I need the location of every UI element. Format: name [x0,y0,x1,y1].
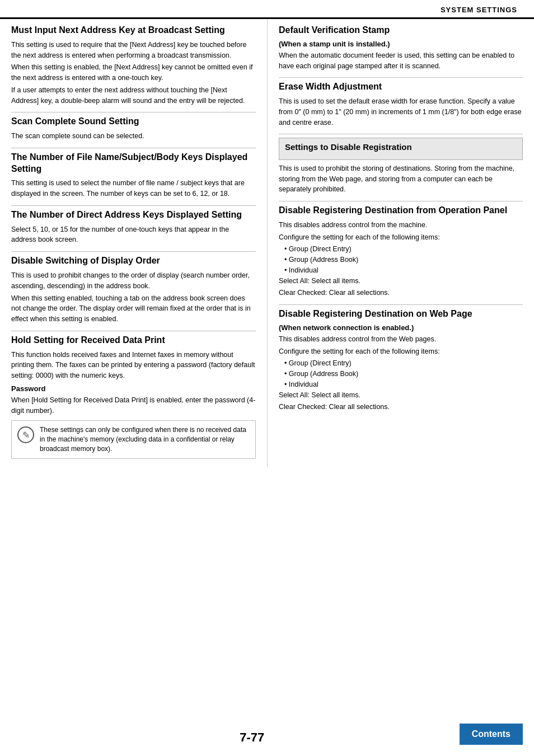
disable-registering-web-subtitle: (When network connection is enabled.) [279,323,523,332]
disable-registering-web-title: Disable Registering Destination on Web P… [279,308,523,320]
page-header: SYSTEM SETTINGS [0,0,534,19]
direct-address-keys-title: The Number of Direct Address Keys Displa… [11,209,256,221]
content-area: Must Input Next Address Key at Broadcast… [0,19,534,467]
disable-switching-title: Disable Switching of Display Order [11,255,256,267]
page: SYSTEM SETTINGS Must Input Next Address … [0,0,534,756]
file-name-keys-title: The Number of File Name/Subject/Body Key… [11,152,256,175]
note-box: ✎ These settings can only be configured … [11,420,256,458]
file-name-keys-body: This setting is used to select the numbe… [11,178,256,199]
disable-reg-panel-p1: This disables address control from the m… [279,220,523,231]
disable-registering-panel-body: This disables address control from the m… [279,220,523,298]
default-verification-body: When the automatic document feeder is us… [279,50,523,72]
disable-reg-panel-select-all: Select All: Select all items. [279,276,523,287]
hold-setting-p1: This function holds received faxes and I… [11,350,256,381]
disable-reg-web-p2: Configure the setting for each of the fo… [279,346,523,357]
section-default-verification: Default Verification Stamp (When a stamp… [279,25,523,78]
settings-disable-reg-body: This is used to prohibit the storing of … [279,163,523,195]
page-footer: 7-77 Contents [0,724,534,745]
direct-address-keys-p1: Select 5, 10, or 15 for the number of on… [11,224,256,246]
erase-width-p1: This is used to set the default erase wi… [279,96,523,128]
section-hold-setting: Hold Setting for Received Data Print Thi… [11,335,256,463]
erase-width-title: Erase Width Adjustment [279,81,523,93]
section-disable-switching: Disable Switching of Display Order This … [11,255,256,331]
disable-reg-web-p1: This disables address control from the W… [279,334,523,345]
hold-setting-password-block: Password When [Hold Setting for Received… [11,384,256,416]
must-input-p3: If a user attempts to enter the next add… [11,85,256,106]
section-must-input: Must Input Next Address Key at Broadcast… [11,25,256,112]
password-body: When [Hold Setting for Received Data Pri… [11,395,256,416]
scan-complete-title: Scan Complete Sound Setting [11,116,256,128]
disable-reg-panel-clear-checked: Clear Checked: Clear all selections. [279,288,523,298]
section-disable-registering-web: Disable Registering Destination on Web P… [279,308,523,419]
must-input-body: This setting is used to require that the… [11,40,256,106]
settings-disable-box: Settings to Disable Registration [279,138,523,160]
page-number: 7-77 [0,730,460,745]
bullet-item-1: Group (Address Book) [284,255,523,265]
section-direct-address-keys: The Number of Direct Address Keys Displa… [11,209,256,252]
bullet-item-0: Group (Direct Entry) [284,244,523,255]
erase-width-body: This is used to set the default erase wi… [279,96,523,128]
hold-setting-body: This function holds received faxes and I… [11,350,256,381]
password-label: Password [11,384,256,393]
disable-registering-panel-title: Disable Registering Destination from Ope… [279,205,523,217]
section-scan-complete: Scan Complete Sound Setting The scan com… [11,116,256,148]
must-input-p1: This setting is used to require that the… [11,40,256,61]
disable-reg-web-bullets: Group (Direct Entry) Group (Address Book… [279,358,523,389]
settings-disable-reg-title: Settings to Disable Registration [285,142,517,153]
left-column: Must Input Next Address Key at Broadcast… [11,19,267,467]
disable-switching-p1: This is used to prohibit changes to the … [11,270,256,292]
hold-setting-title: Hold Setting for Received Data Print [11,335,256,346]
disable-reg-panel-p2: Configure the setting for each of the fo… [279,232,523,243]
section-file-name-keys: The Number of File Name/Subject/Body Key… [11,152,256,206]
file-name-keys-p1: This setting is used to select the numbe… [11,178,256,199]
scan-complete-p1: The scan complete sound can be selected. [11,131,256,142]
contents-button[interactable]: Contents [460,724,523,745]
disable-switching-p2: When this setting enabled, touching a ta… [11,293,256,325]
disable-reg-panel-bullets: Group (Direct Entry) Group (Address Book… [279,244,523,275]
must-input-title: Must Input Next Address Key at Broadcast… [11,25,256,36]
section-erase-width: Erase Width Adjustment This is used to s… [279,81,523,134]
must-input-p2: When this setting is enabled, the [Next … [11,62,256,83]
direct-address-keys-body: Select 5, 10, or 15 for the number of on… [11,224,256,246]
system-settings-title: SYSTEM SETTINGS [441,6,517,14]
note-text: These settings can only be configured wh… [40,425,250,453]
default-verification-p1: When the automatic document feeder is us… [279,50,523,72]
disable-switching-body: This is used to prohibit changes to the … [11,270,256,325]
note-pencil-icon: ✎ [17,426,34,443]
disable-registering-web-body: This disables address control from the W… [279,334,523,412]
scan-complete-body: The scan complete sound can be selected. [11,131,256,142]
section-disable-registering-panel: Disable Registering Destination from Ope… [279,205,523,305]
disable-reg-web-clear-checked: Clear Checked: Clear all selections. [279,402,523,412]
web-bullet-item-2: Individual [284,379,523,390]
settings-disable-reg-p1: This is used to prohibit the storing of … [279,163,523,195]
web-bullet-item-1: Group (Address Book) [284,369,523,379]
web-bullet-item-0: Group (Direct Entry) [284,358,523,369]
default-verification-subtitle: (When a stamp unit is installed.) [279,40,523,48]
right-column: Default Verification Stamp (When a stamp… [267,19,523,467]
section-settings-disable-reg: Settings to Disable Registration This is… [279,138,523,201]
disable-reg-web-select-all: Select All: Select all items. [279,390,523,401]
bullet-item-2: Individual [284,265,523,276]
default-verification-title: Default Verification Stamp [279,25,523,36]
